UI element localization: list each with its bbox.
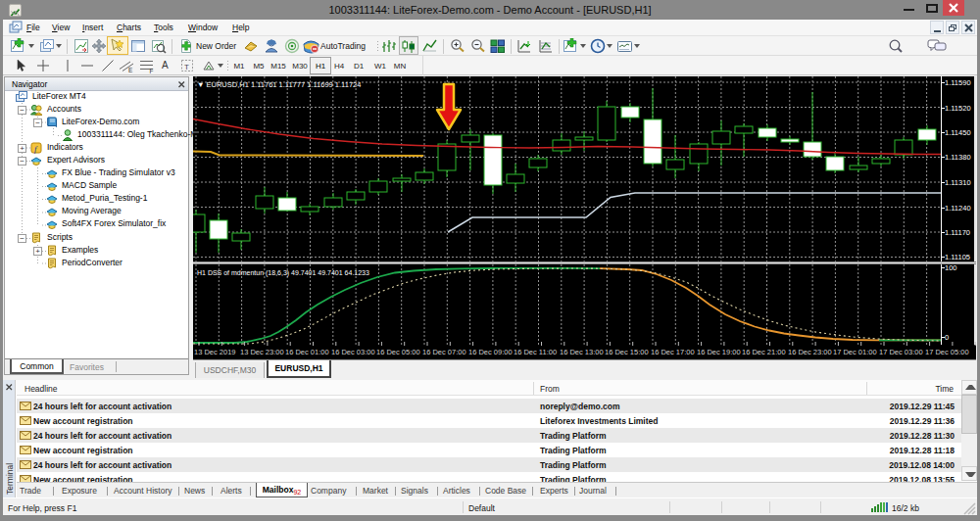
- svg-text:H1 DSS of mdmentun (18,6,3) 49: H1 DSS of mdmentun (18,6,3) 49.7401 49.7…: [197, 269, 369, 277]
- svg-text:▼ EURUSD,H1 1.11761 1.11777 1: ▼ EURUSD,H1 1.11761 1.11777 1.11699 1.11…: [197, 80, 361, 89]
- svg-text:T: T: [184, 63, 189, 71]
- svg-text:E: E: [128, 67, 133, 73]
- svg-text:F: F: [150, 68, 154, 73]
